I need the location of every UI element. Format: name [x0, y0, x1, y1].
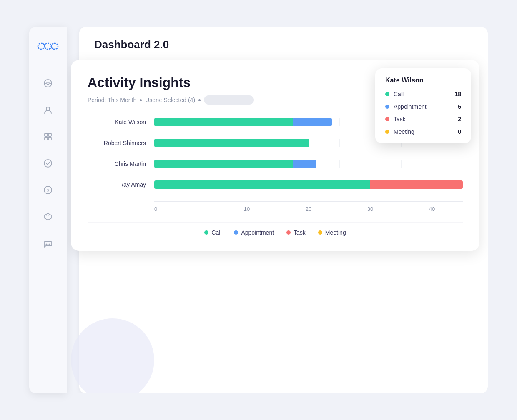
sidebar-nav: $ — [29, 72, 67, 255]
sidebar-item-finance[interactable]: $ — [38, 180, 58, 200]
app-logo[interactable] — [33, 35, 63, 59]
sidebar-item-users[interactable] — [38, 100, 58, 120]
tooltip-dot — [385, 117, 389, 121]
tooltip-row: Call18 — [385, 91, 461, 98]
svg-rect-0 — [38, 43, 45, 49]
users-label: Users: Selected (4) — [145, 97, 195, 103]
x-tick: 30 — [339, 206, 401, 212]
chart-row: Chris Martin — [88, 160, 463, 168]
tooltip-item-label: Appointment — [394, 103, 458, 110]
legend-label: Call — [211, 229, 221, 236]
sidebar-item-grid[interactable] — [38, 127, 58, 147]
row-label: Chris Martin — [88, 160, 154, 167]
x-tick: 40 — [401, 206, 463, 212]
svg-point-17 — [46, 244, 47, 245]
tooltip-item-value: 18 — [454, 91, 461, 98]
svg-rect-11 — [48, 133, 51, 136]
row-label: Ray Amay — [88, 181, 154, 188]
period-label: Period: This Month — [88, 97, 136, 103]
svg-point-4 — [47, 82, 49, 85]
bar-track — [154, 160, 463, 168]
chart-legend: CallAppointmentTaskMeeting — [88, 222, 463, 236]
tooltip-rows: Call18Appointment5Task2Meeting0 — [385, 91, 461, 135]
legend-item: Meeting — [318, 229, 346, 236]
x-tick: 10 — [216, 206, 278, 212]
tooltip-item-value: 0 — [458, 128, 461, 135]
x-tick: 0 — [154, 206, 216, 212]
legend-label: Task — [294, 229, 306, 236]
legend-dot — [234, 230, 238, 235]
tooltip-row: Appointment5 — [385, 103, 461, 110]
tooltip-row: Task2 — [385, 116, 461, 122]
svg-rect-1 — [45, 43, 51, 49]
app-container: $ Dashboard 2. — [29, 27, 488, 393]
svg-rect-10 — [45, 133, 48, 136]
legend-dot — [318, 230, 322, 235]
sidebar-item-dashboard[interactable] — [38, 73, 58, 93]
bar-call — [154, 139, 309, 147]
bar-task — [370, 180, 463, 189]
bar-call — [154, 118, 293, 126]
bar-call — [154, 160, 293, 168]
chart-row: Ray Amay — [88, 180, 463, 189]
tooltip-row: Meeting0 — [385, 128, 461, 135]
svg-text:$: $ — [47, 188, 49, 193]
svg-rect-12 — [45, 137, 48, 140]
legend-item: Task — [286, 229, 306, 236]
svg-point-18 — [48, 244, 49, 245]
svg-point-9 — [46, 107, 50, 110]
legend-dot — [286, 230, 291, 235]
svg-point-14 — [44, 160, 52, 167]
sidebar-item-tasks[interactable] — [38, 153, 58, 173]
tooltip-item-value: 2 — [458, 116, 461, 122]
sidebar-item-products[interactable] — [38, 207, 58, 227]
dot-sep-2 — [198, 99, 201, 101]
x-tick: 20 — [278, 206, 339, 212]
svg-point-19 — [49, 244, 50, 245]
legend-dot — [204, 230, 208, 235]
legend-item: Call — [204, 229, 221, 236]
tooltip-item-label: Call — [394, 91, 454, 98]
tooltip-dot — [385, 105, 389, 109]
x-axis: 010203040 — [154, 201, 463, 212]
legend-label: Meeting — [325, 229, 346, 236]
svg-rect-13 — [48, 137, 51, 140]
bar-appointment — [293, 118, 332, 126]
filter-pill[interactable] — [204, 95, 254, 105]
bar-track — [154, 180, 463, 189]
tooltip-title: Kate Wilson — [385, 77, 461, 84]
legend-label: Appointment — [241, 229, 274, 236]
bar-appointment — [293, 160, 316, 168]
svg-rect-2 — [51, 43, 58, 49]
chart-card: Activity Insights Period: This Month Use… — [71, 60, 479, 251]
row-label: Kate Wilson — [88, 119, 154, 125]
tooltip-dot — [385, 130, 389, 134]
tooltip-card: Kate Wilson Call18Appointment5Task2Meeti… — [375, 68, 471, 143]
bar-call — [154, 180, 370, 189]
row-label: Robert Shinners — [88, 140, 154, 146]
tooltip-item-label: Task — [394, 116, 458, 122]
legend-item: Appointment — [234, 229, 274, 236]
tooltip-dot — [385, 92, 389, 96]
header: Dashboard 2.0 — [79, 27, 488, 63]
page-title: Dashboard 2.0 — [94, 38, 473, 51]
tooltip-item-label: Meeting — [394, 128, 458, 135]
tooltip-item-value: 5 — [458, 103, 461, 110]
sidebar: $ — [29, 27, 67, 393]
sidebar-item-messages[interactable] — [38, 233, 58, 253]
dot-sep-1 — [140, 99, 142, 101]
main-area: Dashboard 2.0 Activity Insights Period: … — [67, 27, 488, 393]
decorative-blob — [71, 318, 154, 393]
